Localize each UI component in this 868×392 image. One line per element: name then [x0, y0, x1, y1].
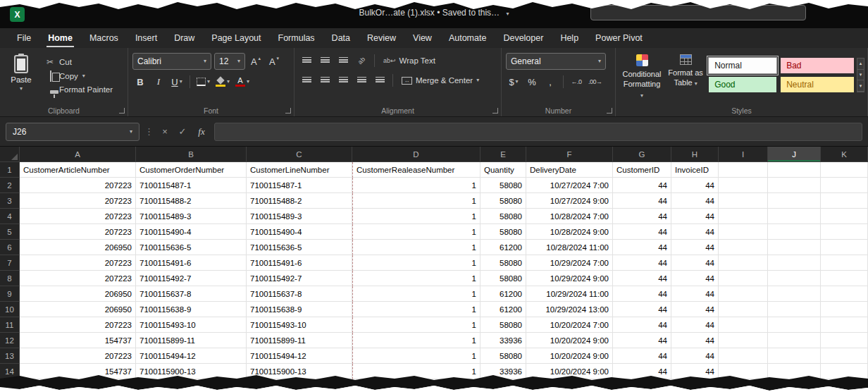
bold-button[interactable]: B: [132, 74, 148, 90]
cell-H2[interactable]: 44: [671, 178, 719, 193]
cell-K6[interactable]: [821, 240, 868, 255]
cell-A8[interactable]: 207223: [20, 271, 136, 286]
cell-D14[interactable]: 1: [352, 364, 480, 379]
cell-C4[interactable]: 7100115489-3: [247, 209, 352, 224]
cell-C2[interactable]: 7100115487-1: [247, 178, 352, 193]
cell-J4[interactable]: [768, 209, 821, 224]
cell-C1[interactable]: CustomerLineNumber: [247, 162, 352, 178]
cell-style-normal[interactable]: Normal: [709, 58, 776, 73]
conditional-formatting-button[interactable]: Conditional Formatting ▾: [621, 51, 662, 99]
cell-A9[interactable]: 206950: [20, 286, 136, 302]
row-header-9[interactable]: 9: [0, 286, 20, 302]
cell-I15[interactable]: [719, 379, 768, 392]
cell-C9[interactable]: 7100115637-8: [247, 286, 352, 302]
cell-A12[interactable]: 154737: [20, 333, 136, 348]
cell-F10[interactable]: 10/29/2024 13:00: [526, 302, 613, 317]
tab-automate[interactable]: Automate: [440, 28, 495, 48]
align-top-button[interactable]: [299, 53, 314, 68]
cell-D7[interactable]: 1: [352, 255, 480, 271]
cell-H14[interactable]: 44: [671, 364, 719, 379]
gallery-down-button[interactable]: ▾: [857, 70, 864, 81]
format-painter-button[interactable]: Format Painter: [42, 85, 116, 94]
cell-J15[interactable]: [768, 379, 821, 392]
cell-K12[interactable]: [821, 333, 868, 348]
cell-A14[interactable]: 154737: [20, 364, 136, 379]
cell-F1[interactable]: DeliveryDate: [526, 162, 613, 178]
cell-J2[interactable]: [768, 178, 821, 193]
italic-button[interactable]: I: [151, 74, 166, 90]
cell-I11[interactable]: [719, 317, 768, 333]
cell-D11[interactable]: 1: [352, 317, 480, 333]
cell-A13[interactable]: 207223: [20, 348, 136, 364]
percent-style-button[interactable]: %: [524, 74, 540, 90]
cell-G12[interactable]: 44: [613, 333, 671, 348]
cell-D15[interactable]: [352, 379, 480, 392]
cell-B13[interactable]: 7100115494-12: [136, 348, 247, 364]
cell-G3[interactable]: 44: [613, 193, 671, 209]
cell-I9[interactable]: [719, 286, 768, 302]
cell-B5[interactable]: 7100115490-4: [136, 224, 247, 240]
cell-F3[interactable]: 10/27/2024 9:00: [526, 193, 613, 209]
cell-G13[interactable]: 44: [613, 348, 671, 364]
column-header-J[interactable]: J: [768, 147, 821, 162]
column-header-F[interactable]: F: [526, 147, 613, 162]
cell-D3[interactable]: 1: [352, 193, 480, 209]
cell-E8[interactable]: 58080: [480, 271, 526, 286]
cell-H9[interactable]: 44: [671, 286, 719, 302]
enter-button[interactable]: ✓: [176, 126, 189, 137]
cell-G5[interactable]: 44: [613, 224, 671, 240]
cell-J1[interactable]: [768, 162, 821, 178]
font-color-button[interactable]: A ▾: [234, 74, 251, 90]
cell-J8[interactable]: [768, 271, 821, 286]
cell-E3[interactable]: 58080: [480, 193, 526, 209]
cell-E10[interactable]: 61200: [480, 302, 526, 317]
row-header-6[interactable]: 6: [0, 240, 20, 255]
tab-page-layout[interactable]: Page Layout: [203, 28, 269, 48]
cell-D1[interactable]: CustomerRealeaseNumber: [352, 162, 480, 178]
cell-B2[interactable]: 7100115487-1: [136, 178, 247, 193]
cell-I6[interactable]: [719, 240, 768, 255]
cell-B15[interactable]: [136, 379, 247, 392]
cell-F6[interactable]: 10/28/2024 11:00: [526, 240, 613, 255]
cell-I12[interactable]: [719, 333, 768, 348]
cell-E14[interactable]: 33936: [480, 364, 526, 379]
cell-E13[interactable]: 58080: [480, 348, 526, 364]
row-header-12[interactable]: 12: [0, 333, 20, 348]
tab-file[interactable]: File: [8, 28, 39, 48]
row-header-15[interactable]: 15: [0, 379, 20, 392]
cell-E1[interactable]: Quantity: [480, 162, 526, 178]
tab-developer[interactable]: Developer: [495, 28, 552, 48]
gallery-more-button[interactable]: ▾: [857, 80, 864, 92]
dialog-launcher-icon[interactable]: [607, 108, 612, 114]
font-size-select[interactable]: 12 ▾: [214, 53, 245, 70]
cell-G10[interactable]: 44: [613, 302, 671, 317]
cell-A1[interactable]: CustomerArticleNumber: [20, 162, 136, 178]
font-name-select[interactable]: Calibri ▾: [132, 53, 211, 70]
row-header-10[interactable]: 10: [0, 302, 20, 317]
align-right-button[interactable]: [335, 73, 351, 88]
align-bottom-button[interactable]: [335, 53, 351, 68]
cell-D4[interactable]: 1: [352, 209, 480, 224]
cell-G6[interactable]: 44: [613, 240, 671, 255]
row-header-5[interactable]: 5: [0, 224, 20, 240]
name-box[interactable]: J26 ▾: [6, 123, 140, 141]
cell-I14[interactable]: [719, 364, 768, 379]
cell-I8[interactable]: [719, 271, 768, 286]
cancel-button[interactable]: ×: [159, 126, 171, 137]
format-as-table-button[interactable]: Format as Table ▾: [665, 51, 706, 99]
cell-B3[interactable]: 7100115488-2: [136, 193, 247, 209]
cell-style-good[interactable]: Good: [709, 77, 776, 92]
select-all-corner[interactable]: [0, 147, 20, 162]
dialog-launcher-icon[interactable]: [119, 108, 125, 114]
wrap-text-button[interactable]: ab↩ Wrap Text: [380, 55, 439, 66]
cut-button[interactable]: ✂ Cut: [42, 56, 116, 68]
underline-button[interactable]: U ▾: [169, 74, 185, 90]
column-header-E[interactable]: E: [480, 147, 526, 162]
cell-K9[interactable]: [821, 286, 868, 302]
cell-A3[interactable]: 207223: [20, 193, 136, 209]
cell-I13[interactable]: [719, 348, 768, 364]
cell-C8[interactable]: 7100115492-7: [247, 271, 352, 286]
cell-B12[interactable]: 7100115899-11: [136, 333, 247, 348]
cell-B8[interactable]: 7100115492-7: [136, 271, 247, 286]
cell-D10[interactable]: 1: [352, 302, 480, 317]
